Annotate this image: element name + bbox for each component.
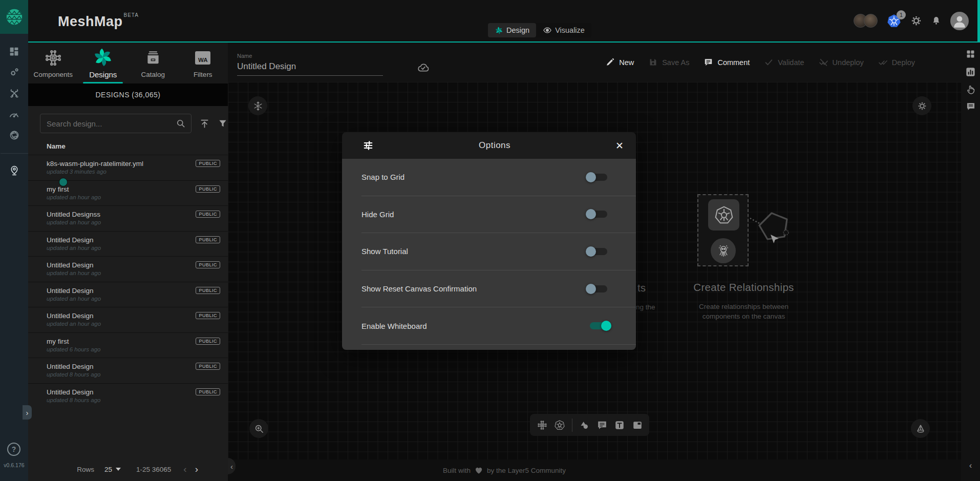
scrollbar-thumb[interactable] bbox=[977, 0, 980, 41]
collaborator-avatar[interactable] bbox=[864, 14, 878, 28]
layer5-logo[interactable] bbox=[0, 0, 28, 34]
tutorial-pentagon-shape bbox=[753, 210, 799, 256]
save-as-button[interactable]: Save As bbox=[648, 57, 689, 67]
nav-dashboard[interactable] bbox=[8, 45, 20, 57]
tab-design[interactable]: Design bbox=[488, 23, 536, 37]
kubernetes-context[interactable]: 1 bbox=[886, 13, 902, 29]
search-icon[interactable] bbox=[176, 118, 186, 129]
tab-design-label: Design bbox=[506, 26, 529, 34]
design-row[interactable]: Untitled Design updated 8 hours ago PUBL… bbox=[28, 358, 228, 383]
help-button[interactable]: ? bbox=[7, 443, 20, 456]
nav-lifecycle[interactable] bbox=[8, 66, 20, 78]
comment-tool-icon[interactable] bbox=[596, 420, 608, 431]
design-row[interactable]: Untitled Design updated an hour ago PUBL… bbox=[28, 231, 228, 257]
option-label: Hide Grid bbox=[361, 210, 394, 219]
nav-performance[interactable] bbox=[8, 108, 20, 120]
nav-extensions[interactable] bbox=[8, 129, 20, 141]
components-tool-icon[interactable] bbox=[537, 420, 548, 431]
undeploy-button[interactable]: Undeploy bbox=[819, 57, 864, 67]
text-tool-icon[interactable] bbox=[614, 420, 625, 431]
new-design-button[interactable]: New bbox=[605, 57, 634, 67]
deploy-button[interactable]: Deploy bbox=[878, 57, 915, 67]
design-updated: updated an hour ago bbox=[47, 269, 228, 277]
design-row[interactable]: my first updated 6 hours ago PUBLIC bbox=[28, 332, 228, 358]
comments-panel-button[interactable] bbox=[966, 101, 976, 112]
tools-icon bbox=[9, 88, 20, 99]
apps-grid-icon bbox=[965, 49, 976, 59]
comment-button[interactable]: Comment bbox=[704, 57, 750, 67]
tutorial-title: Create Relationships bbox=[687, 281, 800, 294]
freeze-layout-button[interactable] bbox=[248, 96, 267, 115]
dashboard-chart-button[interactable] bbox=[965, 66, 976, 78]
beta-badge: BETA bbox=[124, 12, 139, 18]
import-design-button[interactable] bbox=[199, 118, 210, 129]
tab-visualize[interactable]: Visualize bbox=[536, 23, 591, 37]
design-row[interactable]: Untitled Design updated an hour ago PUBL… bbox=[28, 307, 228, 332]
nav-configuration[interactable] bbox=[8, 87, 20, 99]
panel-tab-catalog[interactable]: Catalog bbox=[128, 43, 178, 83]
panel-tab-filters[interactable]: WA Filters bbox=[178, 43, 228, 83]
snap-to-grid-toggle[interactable] bbox=[585, 171, 612, 183]
tune-sliders-icon bbox=[363, 140, 374, 151]
tutorial-kubernetes-node bbox=[708, 199, 739, 231]
panel-tab-components[interactable]: Components bbox=[28, 43, 78, 83]
option-row-snap-to-grid: Snap to Grid bbox=[361, 159, 636, 196]
validate-button[interactable]: Validate bbox=[764, 57, 804, 67]
attribution-suffix: by the Layer5 Community bbox=[487, 467, 566, 474]
tutorial-card-text: Create Relationships Create relationship… bbox=[687, 281, 800, 321]
gear-icon bbox=[910, 15, 922, 27]
zoom-button[interactable] bbox=[249, 419, 268, 438]
expand-panel-handle[interactable]: › bbox=[23, 405, 32, 420]
designs-count-header: DESIGNS (36,065) bbox=[28, 83, 228, 106]
show-tutorial-toggle[interactable] bbox=[585, 245, 612, 258]
media-tool-icon[interactable] bbox=[632, 420, 643, 431]
visibility-badge: PUBLIC bbox=[196, 236, 220, 243]
beacon-tool-button[interactable] bbox=[911, 419, 930, 438]
extensions-icon bbox=[9, 130, 20, 141]
notifications-button[interactable] bbox=[931, 15, 942, 26]
interaction-hand-button[interactable] bbox=[966, 85, 976, 95]
panel-tab-designs[interactable]: Designs bbox=[78, 43, 129, 83]
obscured-tutorial-title-fragment: ts bbox=[637, 282, 646, 294]
designs-panel: Components Designs Catal bbox=[28, 43, 228, 481]
collapse-right-panel-handle[interactable]: ‹ bbox=[961, 461, 980, 471]
design-row[interactable]: Untitled Design updated an hour ago PUBL… bbox=[28, 282, 228, 307]
design-row[interactable]: Untitled Designss updated an hour ago PU… bbox=[28, 205, 228, 231]
design-row[interactable]: Untitled Design updated 8 hours ago PUBL… bbox=[28, 383, 228, 409]
show-reset-canvas-confirmation-toggle[interactable] bbox=[585, 283, 612, 295]
app-title: MeshMapBETA bbox=[58, 12, 139, 30]
previous-page-button[interactable]: ‹ bbox=[183, 464, 186, 475]
collaborator-avatars[interactable] bbox=[854, 14, 878, 28]
components-icon bbox=[44, 48, 63, 68]
design-name-input[interactable] bbox=[237, 61, 383, 76]
shapes-tool-icon[interactable] bbox=[579, 420, 590, 431]
design-row[interactable]: my first updated an hour ago PUBLIC bbox=[28, 180, 228, 206]
hide-grid-toggle[interactable] bbox=[585, 208, 612, 220]
user-avatar[interactable] bbox=[950, 12, 969, 30]
option-label: Enable Whiteboard bbox=[361, 322, 427, 330]
nav-meshmap[interactable] bbox=[8, 164, 20, 177]
views-grid-button[interactable] bbox=[965, 49, 976, 59]
magnifier-icon bbox=[254, 424, 264, 434]
filter-designs-button[interactable] bbox=[218, 118, 228, 129]
app-header: MeshMapBETA Design Visualize bbox=[28, 0, 980, 43]
design-list: k8s-wasm-plugin-ratelimiter.yml updated … bbox=[28, 155, 228, 457]
rows-per-page-select[interactable]: 25 bbox=[104, 466, 121, 473]
visibility-badge: PUBLIC bbox=[196, 211, 220, 218]
upload-icon bbox=[199, 118, 210, 129]
visibility-badge: PUBLIC bbox=[196, 261, 220, 268]
close-icon[interactable]: ✕ bbox=[615, 141, 624, 151]
search-input[interactable] bbox=[47, 119, 176, 128]
design-row[interactable]: k8s-wasm-plugin-ratelimiter.yml updated … bbox=[28, 155, 228, 180]
design-updated: updated 8 hours ago bbox=[47, 396, 228, 404]
enable-whiteboard-toggle[interactable] bbox=[585, 320, 612, 332]
kubernetes-tool-icon[interactable] bbox=[554, 420, 565, 431]
pagination: Rows 25 1-25 36065 ‹ › bbox=[28, 457, 228, 481]
design-row[interactable]: Untitled Design updated an hour ago PUBL… bbox=[28, 256, 228, 282]
canvas-settings-button[interactable] bbox=[912, 96, 931, 115]
panel-tab-label: Components bbox=[33, 71, 73, 78]
settings-button[interactable] bbox=[910, 15, 922, 27]
design-owner-avatar bbox=[59, 178, 68, 186]
visibility-badge: PUBLIC bbox=[196, 287, 220, 294]
next-page-button[interactable]: › bbox=[195, 464, 198, 475]
